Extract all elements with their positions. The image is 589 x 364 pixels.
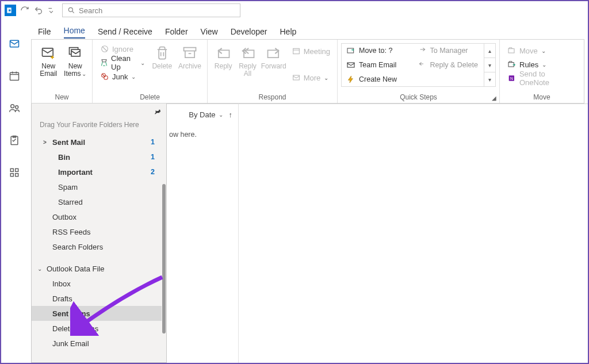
reading-pane <box>238 104 588 363</box>
svg-rect-7 <box>10 168 13 171</box>
tasks-rail-button[interactable] <box>6 132 22 148</box>
group-move-label: Move <box>500 93 584 103</box>
move-icon <box>507 45 517 56</box>
group-quick-steps-label: Quick Steps <box>338 93 499 103</box>
rules-button[interactable]: Rules⌄ <box>504 58 579 71</box>
svg-rect-18 <box>219 50 230 58</box>
quickstep-create-new[interactable]: Create New <box>342 72 413 86</box>
svg-rect-8 <box>16 168 18 171</box>
folder-node-drafts[interactable]: Drafts <box>32 291 162 306</box>
group-delete: Ignore Clean Up⌄ Junk⌄ Delete <box>93 40 208 103</box>
folder-node-bin[interactable]: Bin1 <box>32 150 162 164</box>
folder-node-deleted-items[interactable]: Deleted Items <box>32 321 162 336</box>
group-quick-steps: Move to: ? Team Email Create New <box>338 40 500 103</box>
content-area: File Home Send / Receive Folder View Dev… <box>28 20 588 363</box>
svg-point-5 <box>16 106 18 109</box>
svg-rect-22 <box>293 75 299 80</box>
favorites-hint: Drag Your Favorite Folders Here <box>32 104 166 135</box>
qs-expand[interactable]: ▾ <box>484 72 495 86</box>
tab-view[interactable]: View <box>201 24 218 39</box>
message-list-empty-text: ow here. <box>167 125 238 139</box>
people-rail-button[interactable] <box>6 100 22 116</box>
quickstep-reply-delete[interactable]: Reply & Delete <box>413 58 484 72</box>
qat-customize-icon[interactable] <box>47 5 55 16</box>
reply-all-icon <box>239 44 257 62</box>
archive-icon <box>181 44 198 62</box>
to-manager-icon <box>418 46 427 55</box>
reply-all-button[interactable]: Reply All <box>236 42 258 78</box>
folder-node-search-folders[interactable]: Search Folders <box>32 239 162 254</box>
message-list-header: By Date ⌄ ↑ <box>167 104 238 125</box>
sort-ascending-icon[interactable]: ↑ <box>229 110 233 119</box>
forward-button[interactable]: Forward <box>261 42 286 70</box>
tab-developer[interactable]: Developer <box>231 24 267 39</box>
folder-pane: Drag Your Favorite Folders Here ▲ >Sent … <box>31 104 167 363</box>
new-email-icon <box>40 44 57 62</box>
meeting-icon <box>291 46 301 56</box>
undo-icon[interactable] <box>33 5 44 16</box>
folder-node-sent-mail[interactable]: >Sent Mail1 <box>32 135 162 150</box>
svg-rect-17 <box>183 48 196 51</box>
new-email-label: New Email <box>36 63 61 78</box>
folder-node-starred[interactable]: Starred <box>32 194 162 209</box>
folder-heading-outlook-data-file[interactable]: ⌄ Outlook Data File <box>32 261 162 276</box>
mail-rail-button[interactable] <box>6 36 22 52</box>
forward-icon <box>265 44 282 62</box>
tab-send-receive[interactable]: Send / Receive <box>98 24 152 39</box>
move-button[interactable]: Move⌄ <box>504 44 579 57</box>
clean-up-button[interactable]: Clean Up⌄ <box>97 56 147 70</box>
folder-list[interactable]: ▲ >Sent Mail1Bin1Important2SpamStarredOu… <box>32 135 166 362</box>
tab-home[interactable]: Home <box>64 22 85 39</box>
search-input[interactable]: Search <box>62 3 240 17</box>
folder-node-inbox[interactable]: Inbox <box>32 276 162 291</box>
quickstep-team-email[interactable]: Team Email <box>342 58 413 72</box>
quickstep-to-manager[interactable]: To Manager <box>413 44 484 58</box>
tab-help[interactable]: Help <box>280 24 296 39</box>
folder-node-important[interactable]: Important2 <box>32 164 162 179</box>
group-respond-label: Respond <box>208 93 337 103</box>
send-to-onenote-button[interactable]: N Send to OneNote <box>504 72 579 85</box>
new-items-button[interactable]: New Items⌄ <box>63 42 88 78</box>
quick-steps-gallery[interactable]: Move to: ? Team Email Create New <box>341 43 496 87</box>
folder-node-outbox[interactable]: Outbox <box>32 209 162 224</box>
folder-scrollbar[interactable] <box>162 184 166 334</box>
quick-steps-dialog-launcher[interactable]: ◢ <box>491 94 498 101</box>
quick-steps-scroll[interactable]: ▴ ▾ ▾ <box>484 44 495 86</box>
delete-button[interactable]: Delete <box>150 42 175 70</box>
calendar-rail-button[interactable] <box>6 68 22 84</box>
group-respond: Reply Reply All Forward Meeting <box>208 40 338 103</box>
new-items-icon <box>67 44 84 62</box>
tab-file[interactable]: File <box>38 24 51 39</box>
junk-icon <box>100 71 110 82</box>
qs-scroll-up[interactable]: ▴ <box>484 44 495 58</box>
folder-node-spam[interactable]: Spam <box>32 179 162 194</box>
svg-text:N: N <box>510 76 513 81</box>
tab-folder[interactable]: Folder <box>165 24 188 39</box>
folder-node-rss-feeds[interactable]: RSS Feeds <box>32 224 162 239</box>
svg-point-4 <box>11 105 14 108</box>
qs-scroll-down[interactable]: ▾ <box>484 58 495 72</box>
reply-button[interactable]: Reply <box>212 42 234 70</box>
chevron-down-icon: ⌄ <box>219 112 223 118</box>
respond-more-button[interactable]: More⌄ <box>289 71 332 85</box>
svg-rect-23 <box>347 48 354 53</box>
more-apps-rail-button[interactable] <box>6 164 22 181</box>
junk-button[interactable]: Junk⌄ <box>97 70 147 83</box>
svg-rect-11 <box>43 48 53 56</box>
sync-icon[interactable] <box>20 5 30 16</box>
new-email-button[interactable]: New Email <box>36 42 61 78</box>
pin-icon[interactable] <box>152 107 162 118</box>
folder-node-junk-email[interactable]: Junk Email <box>32 336 162 351</box>
folder-move-icon <box>346 46 355 55</box>
svg-rect-21 <box>293 48 299 53</box>
ribbon: New Email New Items⌄ New Ignore <box>31 39 584 104</box>
sort-by-date[interactable]: By Date ⌄ <box>189 110 223 119</box>
archive-button[interactable]: Archive <box>177 42 202 70</box>
folder-node-sent-items[interactable]: Sent Items <box>32 306 162 321</box>
meeting-button[interactable]: Meeting <box>289 44 332 58</box>
group-move: Move⌄ Rules⌄ N Send to OneNote Move <box>500 40 584 103</box>
search-placeholder: Search <box>79 6 102 15</box>
quickstep-move-to[interactable]: Move to: ? <box>342 44 413 58</box>
message-list: By Date ⌄ ↑ ow here. <box>167 104 238 363</box>
rules-icon <box>507 59 517 70</box>
